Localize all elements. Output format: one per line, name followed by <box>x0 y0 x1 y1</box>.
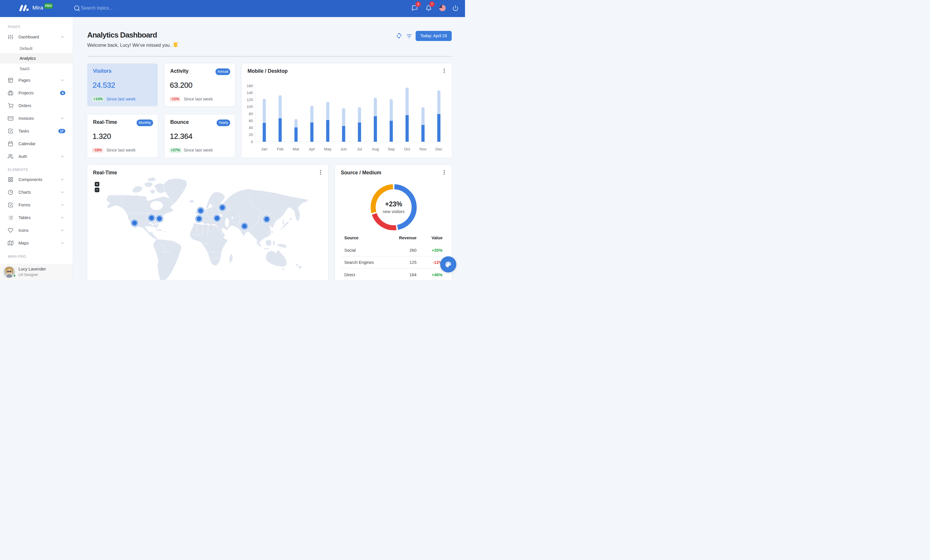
svg-text:Sep: Sep <box>388 147 395 151</box>
svg-text:+23%: +23% <box>385 200 402 208</box>
svg-text:Oct: Oct <box>404 147 410 151</box>
svg-text:Mar: Mar <box>293 147 300 151</box>
svg-text:20: 20 <box>249 132 253 137</box>
svg-text:Jan: Jan <box>261 147 268 151</box>
svg-text:new visitors: new visitors <box>383 209 405 214</box>
svg-text:Jun: Jun <box>340 147 347 151</box>
svg-text:Jul: Jul <box>357 147 362 151</box>
svg-text:0: 0 <box>251 140 253 144</box>
svg-text:140: 140 <box>246 91 253 95</box>
svg-text:80: 80 <box>249 112 253 116</box>
svg-text:Apr: Apr <box>309 147 315 151</box>
svg-text:Dec: Dec <box>435 147 442 151</box>
svg-text:160: 160 <box>246 84 253 88</box>
svg-text:Nov: Nov <box>419 147 426 151</box>
svg-text:100: 100 <box>246 104 253 109</box>
svg-text:40: 40 <box>249 126 253 130</box>
svg-text:May: May <box>324 147 331 151</box>
svg-text:Feb: Feb <box>277 147 283 151</box>
svg-text:60: 60 <box>249 119 253 123</box>
svg-text:Aug: Aug <box>372 147 379 151</box>
svg-text:120: 120 <box>246 98 253 102</box>
